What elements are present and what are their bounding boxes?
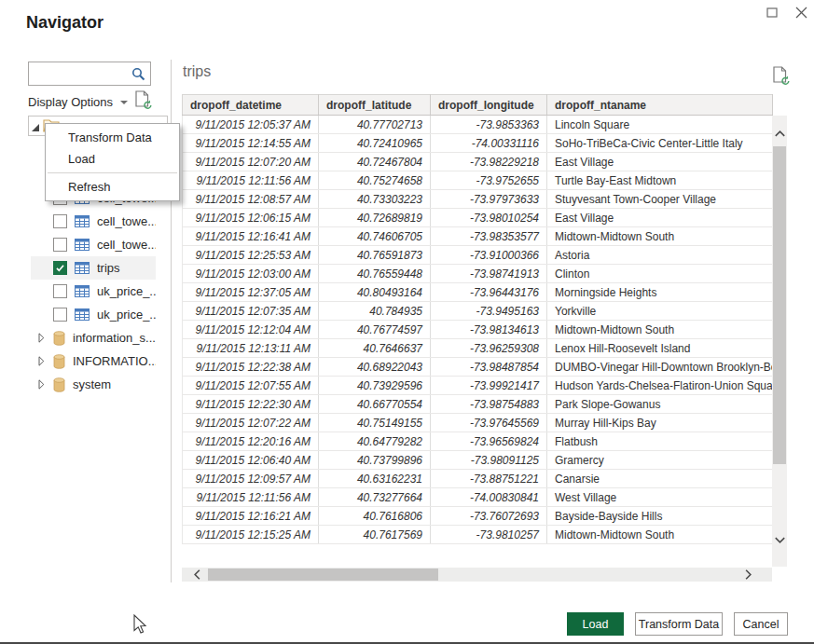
cell: Flatbush (547, 432, 773, 451)
cell: 9/11/2015 12:11:56 AM (183, 488, 319, 507)
cell: Midtown-Midtown South (547, 526, 773, 544)
refresh-preview-icon[interactable] (773, 66, 790, 86)
scroll-down-icon[interactable] (773, 533, 786, 546)
menu-item-transform-data[interactable]: Transform Data (46, 127, 179, 148)
table-checkbox[interactable] (53, 308, 67, 322)
cell: 9/11/2015 12:09:57 AM (183, 470, 319, 488)
vertical-scrollbar[interactable] (772, 116, 787, 567)
cell: Gramercy (547, 451, 773, 470)
tree-item-label: information_s... (73, 331, 156, 345)
chevron-expanded-icon[interactable] (32, 124, 39, 131)
preview-table-area: dropoff_datetimedropoff_latitudedropoff_… (182, 94, 788, 544)
preview-table: dropoff_datetimedropoff_latitudedropoff_… (182, 94, 773, 544)
tree-item-uk-price[interactable]: uk_price_... (31, 280, 156, 303)
tree-item-label: INFORMATIO... (73, 354, 156, 368)
table-row: 9/11/2015 12:07:20 AM40.72467804-73.9822… (183, 153, 773, 171)
cell: 40.784935 (319, 302, 431, 321)
cell: 40.72689819 (319, 209, 431, 227)
tree-item-informatio[interactable]: INFORMATIO... (31, 349, 156, 373)
cell: -73.98487854 (431, 358, 547, 377)
tree-item-cell-towe[interactable]: cell_towe... (31, 233, 156, 256)
table-row: 9/11/2015 12:13:11 AM40.7646637-73.96259… (183, 339, 773, 358)
cell: Bayside-Bayside Hills (547, 507, 773, 526)
cell: 40.68922043 (319, 358, 431, 377)
cell: Park Slope-Gowanus (547, 395, 773, 414)
horizontal-scroll-thumb[interactable] (208, 569, 438, 581)
cell: 9/11/2015 12:12:04 AM (183, 321, 319, 339)
check-icon (55, 263, 65, 273)
table-row: 9/11/2015 12:07:55 AM40.73929596-73.9992… (183, 377, 773, 395)
cell: 9/11/2015 12:07:55 AM (183, 377, 319, 395)
cell: -73.91000366 (431, 246, 547, 265)
cell: 9/11/2015 12:06:15 AM (183, 209, 319, 227)
display-options-dropdown[interactable]: Display Options (28, 92, 128, 111)
table-checkbox[interactable] (53, 238, 67, 252)
close-button[interactable] (792, 4, 810, 21)
table-checkbox[interactable] (53, 214, 67, 228)
cell: -73.9810257 (431, 526, 547, 544)
column-header-dropoff_longitude: dropoff_longitude (431, 95, 547, 116)
table-row: 9/11/2015 12:14:55 AM40.72410965-74.0033… (183, 134, 773, 153)
table-checkbox[interactable] (53, 261, 67, 275)
cell: -73.97973633 (431, 190, 547, 209)
refresh-preview-icon[interactable] (135, 90, 152, 110)
scroll-up-icon[interactable] (773, 127, 786, 140)
chevron-down-icon (120, 101, 128, 104)
load-button[interactable]: Load (567, 612, 624, 636)
cell: 9/11/2015 12:07:22 AM (183, 414, 319, 432)
tree-item-label: cell_towe... (97, 214, 156, 228)
cell: 9/11/2015 12:16:41 AM (183, 227, 319, 246)
tree-item-uk-price[interactable]: uk_price_... (31, 303, 156, 326)
search-input[interactable] (34, 64, 131, 85)
table-row: 9/11/2015 12:20:16 AM40.64779282-73.9656… (183, 432, 773, 451)
cell: Lincoln Square (547, 116, 773, 134)
table-icon (75, 239, 90, 251)
cell: 9/11/2015 12:15:25 AM (183, 526, 319, 544)
column-header-dropoff_latitude: dropoff_latitude (319, 95, 431, 116)
scroll-left-icon[interactable] (189, 568, 204, 582)
table-row: 9/11/2015 12:22:30 AM40.66770554-73.9875… (183, 395, 773, 414)
maximize-button[interactable] (763, 4, 781, 21)
close-icon (795, 7, 807, 19)
cancel-button[interactable]: Cancel (734, 612, 788, 636)
cell: 40.75274658 (319, 171, 431, 190)
tree-item-cell-towe[interactable]: cell_towe... (31, 210, 156, 233)
menu-item-refresh[interactable]: Refresh (46, 176, 179, 198)
chevron-right-icon[interactable] (38, 333, 45, 343)
cell: -73.96443176 (431, 283, 547, 302)
cell: 9/11/2015 12:14:55 AM (183, 134, 319, 153)
cell: Lenox Hill-Roosevelt Island (547, 339, 773, 358)
chevron-right-icon[interactable] (38, 379, 45, 390)
cell: Stuyvesant Town-Cooper Village (547, 190, 773, 209)
table-row: 9/11/2015 12:06:15 AM40.72689819-73.9801… (183, 209, 773, 227)
table-row: 9/11/2015 12:12:04 AM40.76774597-73.9813… (183, 321, 773, 339)
table-row: 9/11/2015 12:08:57 AM40.73303223-73.9797… (183, 190, 773, 209)
horizontal-scrollbar[interactable] (182, 568, 772, 582)
transform-data-button[interactable]: Transform Data (635, 612, 723, 636)
scroll-right-icon[interactable] (740, 568, 755, 582)
menu-separator (48, 172, 177, 173)
chevron-right-icon[interactable] (38, 356, 45, 366)
column-header-dropoff_ntaname: dropoff_ntaname (547, 95, 773, 116)
cell: 9/11/2015 12:37:05 AM (183, 283, 319, 302)
cell: 9/11/2015 12:03:00 AM (183, 265, 319, 283)
context-menu: Transform DataLoadRefresh (45, 123, 180, 201)
tree-item-information-s[interactable]: information_s... (31, 326, 156, 349)
cell: 9/11/2015 12:25:53 AM (183, 246, 319, 265)
table-row: 9/11/2015 12:07:22 AM40.75149155-73.9764… (183, 414, 773, 432)
cell: 9/11/2015 12:13:11 AM (183, 339, 319, 358)
tree-item-trips[interactable]: trips (31, 256, 156, 280)
table-row: 9/11/2015 12:07:35 AM40.784935-73.949516… (183, 302, 773, 321)
table-checkbox[interactable] (53, 284, 67, 298)
tree-item-system[interactable]: system (31, 373, 156, 396)
dialog-title: Navigator (26, 13, 103, 33)
vertical-scroll-thumb[interactable] (773, 146, 786, 464)
cell: East Village (547, 209, 773, 227)
cell: 9/11/2015 12:22:38 AM (183, 358, 319, 377)
menu-item-load[interactable]: Load (46, 148, 179, 170)
cell: 40.80493164 (319, 283, 431, 302)
column-header-dropoff_datetime: dropoff_datetime (183, 95, 319, 116)
cell: 40.72467804 (319, 153, 431, 171)
navigator-tree: cell_towe... cell_towe... cell_towe... (0, 186, 171, 396)
search-icon[interactable] (131, 67, 145, 81)
